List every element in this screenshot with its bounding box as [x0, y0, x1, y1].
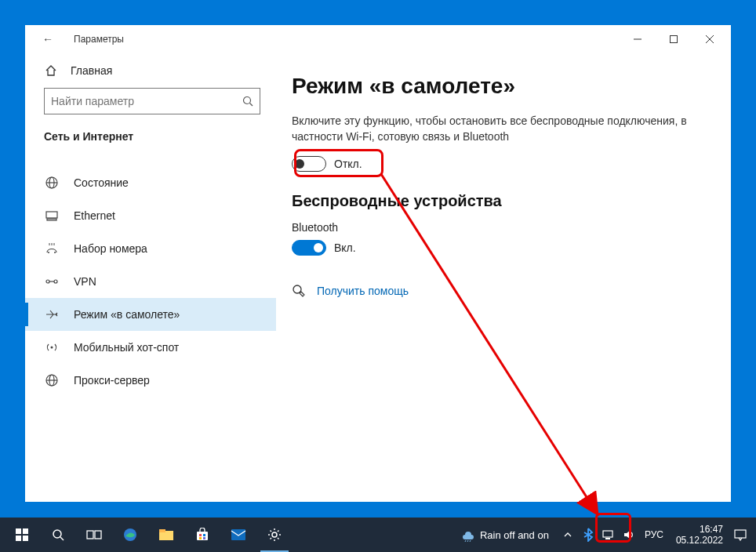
sidebar-section-title: Сеть и Интернет [25, 125, 276, 155]
svg-rect-47 [735, 530, 746, 538]
svg-line-43 [467, 540, 468, 542]
svg-point-19 [51, 347, 53, 349]
svg-rect-31 [95, 531, 101, 539]
clock-date: 05.12.2022 [676, 535, 723, 546]
weather-widget[interactable]: Rain off and on [453, 528, 557, 542]
svg-line-5 [250, 104, 253, 107]
svg-rect-37 [203, 534, 205, 536]
airplane-toggle-label: Откл. [334, 158, 362, 170]
weather-text: Rain off and on [480, 529, 549, 541]
clock-time: 16:47 [700, 524, 723, 535]
svg-rect-45 [603, 531, 612, 537]
svg-rect-36 [199, 534, 202, 536]
svg-point-41 [272, 532, 277, 537]
language-indicator[interactable]: РУС [640, 529, 668, 540]
svg-rect-38 [199, 537, 202, 539]
back-button[interactable]: ← [36, 30, 60, 49]
svg-rect-39 [203, 537, 205, 539]
svg-point-23 [293, 285, 301, 293]
sidebar-item-hotspot[interactable]: Мобильный хот-спот [25, 331, 276, 364]
airplane-toggle-row: Откл. [292, 156, 700, 172]
svg-rect-40 [231, 529, 245, 540]
dialup-icon [44, 242, 60, 256]
help-row[interactable]: Получить помощь [292, 284, 700, 298]
taskbar: Rain off and on РУС 16:47 05.12.2022 [0, 518, 756, 552]
svg-rect-35 [197, 532, 208, 540]
minimize-button[interactable] [620, 27, 656, 52]
edge-button[interactable] [113, 518, 147, 552]
sidebar-nav: Состояние Ethernet Набор номера [25, 166, 276, 397]
ethernet-icon [44, 209, 60, 223]
page-description: Включите эту функцию, чтобы остановить в… [292, 113, 700, 145]
window-title: Параметры [74, 34, 124, 45]
content-area: Режим «в самолете» Включите эту функцию,… [276, 53, 731, 502]
search-input[interactable] [51, 95, 242, 107]
svg-rect-25 [23, 528, 28, 534]
page-title: Режим «в самолете» [292, 74, 700, 99]
bluetooth-tray-icon[interactable] [579, 518, 598, 552]
clock[interactable]: 16:47 05.12.2022 [670, 524, 729, 547]
store-button[interactable] [185, 518, 220, 552]
svg-point-11 [48, 252, 49, 253]
hotspot-icon [44, 340, 60, 354]
start-button[interactable] [5, 518, 39, 552]
explorer-button[interactable] [149, 518, 184, 552]
sidebar-item-vpn[interactable]: VPN [25, 265, 276, 298]
sidebar-item-ethernet[interactable]: Ethernet [25, 199, 276, 232]
bluetooth-toggle-label: Вкл. [334, 242, 356, 254]
settings-taskbar-button[interactable] [257, 518, 292, 552]
svg-rect-30 [87, 531, 93, 539]
titlebar: ← Параметры [25, 25, 731, 53]
svg-line-29 [60, 537, 64, 540]
window-controls [620, 27, 728, 52]
volume-tray-icon[interactable] [620, 518, 638, 552]
sidebar-item-label: Мобильный хот-спот [74, 341, 179, 354]
svg-point-16 [46, 280, 49, 283]
help-link[interactable]: Получить помощь [317, 285, 409, 297]
svg-rect-10 [47, 219, 56, 220]
airplane-mode-toggle[interactable] [292, 156, 326, 172]
tray-chevron-icon[interactable] [558, 518, 577, 552]
bluetooth-toggle[interactable] [292, 240, 326, 256]
mail-button[interactable] [221, 518, 256, 552]
search-icon [242, 96, 253, 107]
sidebar-item-proxy[interactable]: Прокси-сервер [25, 364, 276, 397]
airplane-icon [44, 307, 60, 321]
globe-icon [44, 176, 60, 190]
maximize-button[interactable] [656, 27, 692, 52]
svg-rect-46 [605, 538, 610, 539]
weather-icon [461, 528, 475, 542]
svg-line-44 [470, 540, 471, 542]
svg-rect-9 [46, 212, 57, 218]
svg-point-28 [53, 530, 61, 538]
network-tray-icon[interactable] [599, 518, 618, 552]
sidebar-item-label: Режим «в самолете» [74, 308, 180, 321]
vpn-icon [44, 274, 60, 289]
task-view-button[interactable] [77, 518, 111, 552]
svg-point-4 [244, 97, 251, 104]
svg-rect-26 [16, 536, 21, 541]
bluetooth-label: Bluetooth [292, 221, 700, 234]
sidebar-item-label: VPN [74, 275, 96, 288]
sidebar-home[interactable]: Главная [25, 56, 276, 85]
sidebar: Главная Сеть и Интернет Состояние [25, 53, 276, 502]
sidebar-item-status[interactable]: Состояние [25, 166, 276, 199]
svg-line-42 [465, 540, 466, 542]
sidebar-item-label: Ethernet [74, 209, 115, 222]
sidebar-home-label: Главная [71, 64, 112, 77]
close-button[interactable] [692, 27, 728, 52]
search-button[interactable] [41, 518, 75, 552]
sidebar-item-label: Прокси-сервер [74, 374, 150, 387]
svg-point-17 [54, 280, 57, 283]
search-input-wrap[interactable] [44, 88, 260, 114]
svg-rect-1 [671, 36, 678, 43]
action-center-icon[interactable] [731, 518, 750, 552]
help-icon [292, 284, 306, 298]
bluetooth-toggle-row: Вкл. [292, 240, 700, 256]
sidebar-item-label: Набор номера [74, 242, 147, 255]
svg-rect-34 [159, 529, 165, 532]
sidebar-item-dialup[interactable]: Набор номера [25, 232, 276, 265]
proxy-icon [44, 373, 60, 387]
sidebar-item-airplane[interactable]: Режим «в самолете» [25, 298, 276, 331]
svg-rect-24 [16, 528, 21, 534]
